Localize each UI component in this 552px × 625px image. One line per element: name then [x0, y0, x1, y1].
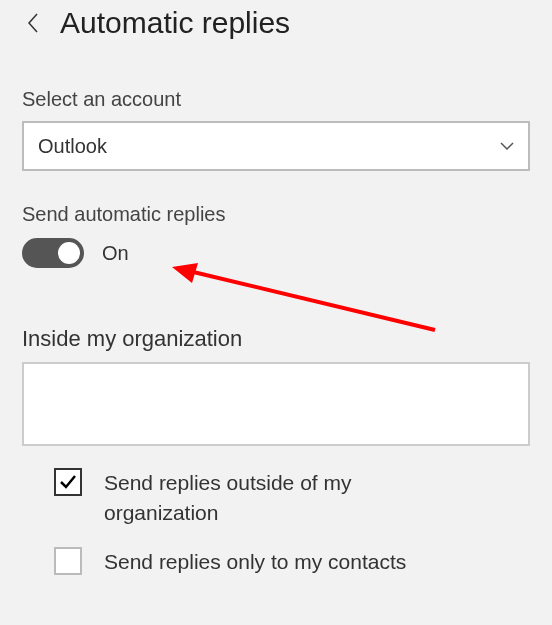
chevron-down-icon	[500, 139, 514, 153]
back-button[interactable]	[22, 11, 42, 35]
auto-reply-toggle[interactable]	[22, 238, 84, 268]
account-select-value: Outlook	[38, 135, 107, 158]
chevron-left-icon	[26, 12, 39, 34]
contacts-only-label: Send replies only to my contacts	[104, 547, 406, 577]
inside-org-textbox[interactable]	[22, 362, 530, 446]
inside-org-label: Inside my organization	[22, 326, 530, 352]
outside-org-checkbox[interactable]	[54, 468, 82, 496]
account-select[interactable]: Outlook	[22, 121, 530, 171]
outside-org-label: Send replies outside of my organization	[104, 468, 464, 529]
account-label: Select an account	[22, 88, 530, 111]
check-icon	[58, 472, 78, 492]
contacts-only-checkbox[interactable]	[54, 547, 82, 575]
auto-reply-toggle-state: On	[102, 242, 129, 265]
auto-reply-label: Send automatic replies	[22, 203, 530, 226]
toggle-knob	[58, 242, 80, 264]
page-title: Automatic replies	[60, 6, 290, 40]
